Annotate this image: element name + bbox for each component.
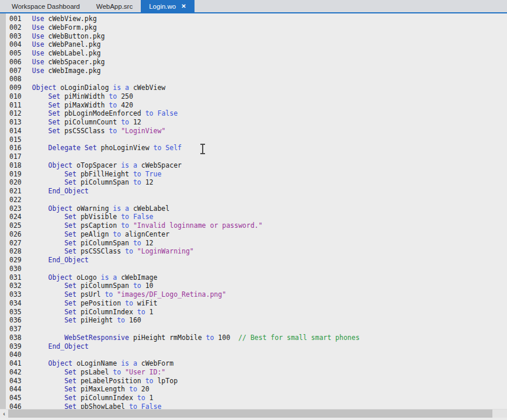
code-line: 005Use cWebLabel.pkg — [0, 49, 507, 58]
text-cursor-pointer — [199, 144, 206, 154]
code-text: Set piColumnIndex to 1 — [32, 308, 154, 316]
code-line: 004Use cWebPanel.pkg — [0, 40, 507, 49]
code-text: Set pbShowLabel to False — [32, 402, 162, 409]
code-line: 002Use cWebForm.pkg — [0, 23, 507, 32]
code-line: 028 Set psCSSClass to "LoginWarning" — [0, 247, 507, 256]
ide-window: Workspace Dashboard WebApp.src Login.wo … — [0, 0, 507, 420]
code-text: Object oLoginDialog is a cWebView — [32, 84, 166, 92]
horizontal-scrollbar[interactable]: ‹ — [0, 409, 507, 420]
code-line: 027 Set piColumnSpan to 12 — [0, 239, 507, 248]
code-text: Object oLoginName is a cWebForm — [32, 359, 173, 367]
line-number: 009 — [9, 84, 22, 92]
code-text: Use cWebView.pkg — [32, 15, 97, 23]
code-text: Set pbFillHeight to True — [32, 170, 162, 178]
code-line: 041 Object oLoginName is a cWebForm — [0, 359, 507, 368]
code-line: 023 Object oWarning is a cWebLabel — [0, 204, 507, 213]
code-text: Use cWebButton.pkg — [32, 32, 105, 40]
line-number: 040 — [9, 350, 22, 359]
line-number: 045 — [9, 394, 22, 402]
line-number: 008 — [9, 75, 22, 84]
code-text: Object oLogo is a cWebImage — [32, 273, 158, 282]
code-line: 045 Set piColumnIndex to 1 — [0, 394, 507, 402]
line-number: 011 — [9, 101, 22, 110]
code-line: 006Use cWebSpacer.pkg — [0, 58, 507, 67]
code-text: Delegate Set phoLoginView to Self — [32, 144, 182, 152]
code-text: Set piColumnIndex to 1 — [32, 394, 154, 402]
line-number: 017 — [9, 152, 22, 161]
code-text: Set psCSSClass to "LoginView" — [32, 127, 166, 135]
code-line: 044 Set piMaxLength to 20 — [0, 385, 507, 394]
code-line: 008 — [0, 75, 507, 84]
tab-workspace-dashboard[interactable]: Workspace Dashboard — [4, 0, 88, 12]
code-line: 035 Set piColumnIndex to 1 — [0, 308, 507, 317]
scrollbar-track[interactable] — [8, 409, 507, 418]
code-line: 038 WebSetResponsive piHeight rmMobile t… — [0, 334, 507, 342]
code-line: 030 — [0, 265, 507, 273]
selection-margin — [0, 13, 6, 409]
close-icon[interactable]: ✕ — [181, 4, 186, 9]
code-line: 039 End_Object — [0, 342, 507, 351]
code-line: 020 Set piColumnSpan to 12 — [0, 178, 507, 187]
line-number: 010 — [9, 92, 22, 101]
line-number: 027 — [9, 239, 22, 248]
code-text: WebSetResponsive piHeight rmMobile to 10… — [32, 334, 360, 342]
chevron-left-icon: ‹ — [3, 410, 5, 417]
line-number: 019 — [9, 170, 22, 179]
document-tabbar: Workspace Dashboard WebApp.src Login.wo … — [0, 0, 507, 13]
code-text: End_Object — [32, 256, 89, 264]
line-number: 033 — [9, 290, 22, 299]
line-number: 035 — [9, 308, 22, 317]
line-number: 036 — [9, 316, 22, 325]
code-text: Set piColumnSpan to 12 — [32, 239, 154, 247]
line-number: 014 — [9, 127, 22, 136]
line-number: 043 — [9, 377, 22, 386]
code-line: 043 Set peLabelPosition to lpTop — [0, 377, 507, 386]
code-text: End_Object — [32, 342, 89, 350]
code-editor[interactable]: 001Use cWebView.pkg002Use cWebForm.pkg00… — [0, 13, 507, 409]
line-number: 007 — [9, 67, 22, 75]
code-line: 011 Set piMaxWidth to 420 — [0, 101, 507, 110]
code-line: 010 Set piMinWidth to 250 — [0, 92, 507, 101]
tab-webapp-src[interactable]: WebApp.src — [88, 0, 141, 12]
tab-label: WebApp.src — [96, 3, 133, 10]
line-number: 003 — [9, 32, 22, 41]
code-line: 016 Delegate Set phoLoginView to Self — [0, 144, 507, 152]
code-text: Use cWebImage.pkg — [32, 67, 101, 75]
code-line: 018 Object oTopSpacer is a cWebSpacer — [0, 161, 507, 170]
code-text: Set peAlign to alignCenter — [32, 230, 169, 238]
line-number: 031 — [9, 273, 22, 282]
line-number: 015 — [9, 136, 22, 144]
line-number: 005 — [9, 49, 22, 58]
code-text: Use cWebPanel.pkg — [32, 40, 101, 48]
code-line: 007Use cWebImage.pkg — [0, 67, 507, 75]
line-number: 034 — [9, 299, 22, 308]
scrollbar-thumb[interactable] — [8, 409, 492, 418]
line-number: 012 — [9, 109, 22, 118]
code-text: Set piMinWidth to 250 — [32, 92, 133, 100]
code-line: 013 Set piColumnCount to 12 — [0, 118, 507, 127]
code-text: Set pbLoginModeEnforced to False — [32, 109, 178, 117]
code-line: 015 — [0, 136, 507, 144]
line-number: 030 — [9, 265, 22, 273]
line-number: 013 — [9, 118, 22, 127]
code-line: 022 — [0, 196, 507, 204]
tab-label: Workspace Dashboard — [12, 3, 80, 10]
line-number: 018 — [9, 161, 22, 170]
code-text: Set piHeight to 160 — [32, 316, 141, 324]
line-number: 001 — [9, 15, 22, 23]
code-text: Use cWebSpacer.pkg — [32, 58, 105, 66]
line-number: 044 — [9, 385, 22, 394]
line-number: 016 — [9, 144, 22, 152]
code-line: 009Object oLoginDialog is a cWebView — [0, 84, 507, 92]
code-line: 021 End_Object — [0, 187, 507, 196]
code-text: Set piColumnCount to 12 — [32, 118, 141, 126]
line-number: 021 — [9, 187, 22, 196]
code-text: Set piColumnSpan to 12 — [32, 178, 154, 186]
scroll-left-button[interactable]: ‹ — [0, 409, 8, 418]
tab-login-wo[interactable]: Login.wo ✕ — [141, 0, 194, 12]
line-number: 022 — [9, 196, 22, 204]
code-lines: 001Use cWebView.pkg002Use cWebForm.pkg00… — [0, 15, 507, 409]
code-text: Set psLabel to "User ID:" — [32, 368, 166, 376]
code-line: 026 Set peAlign to alignCenter — [0, 230, 507, 239]
code-text: Set piMaxWidth to 420 — [32, 101, 133, 109]
